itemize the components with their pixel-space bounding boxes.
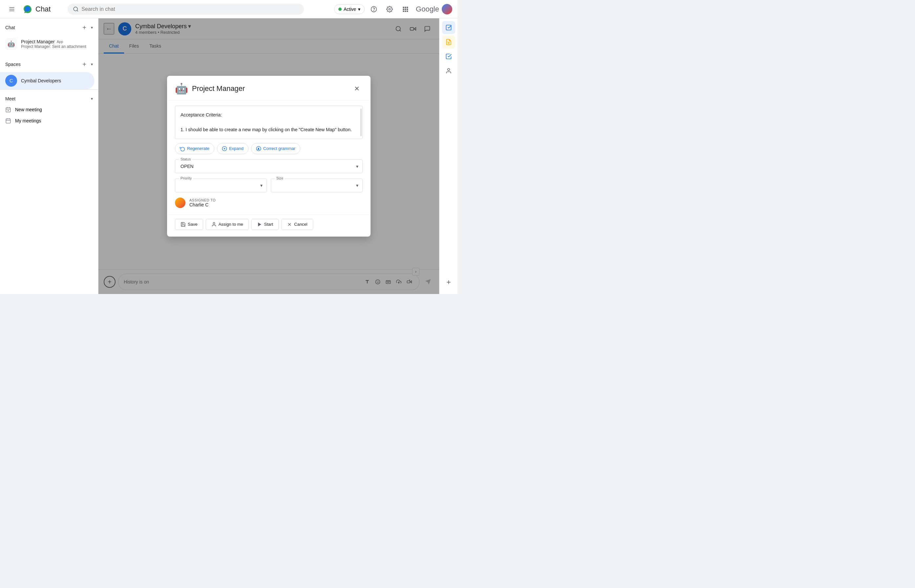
status-dropdown-icon: ▾ (358, 6, 361, 12)
assigned-to-name: Charlie C (189, 202, 216, 207)
tasks-icon (445, 24, 452, 31)
status-field: Status OPEN IN PROGRESS DONE CLOSED ▾ (175, 160, 363, 173)
assign-to-me-button[interactable]: Assign to me (206, 219, 249, 230)
modal-close-button[interactable]: ✕ (351, 83, 363, 95)
top-bar-right: Active ▾ (334, 3, 452, 16)
search-box[interactable] (68, 3, 304, 15)
ai-buttons: Regenerate Expand (175, 143, 363, 154)
assign-to-me-label: Assign to me (218, 222, 243, 227)
expand-icon (222, 146, 227, 151)
svg-rect-14 (407, 8, 408, 10)
meet-section-header[interactable]: Meet ▾ (0, 92, 98, 104)
settings-button[interactable] (383, 3, 396, 16)
correct-grammar-label: Correct grammar (263, 146, 295, 151)
expand-label: Expand (229, 146, 244, 151)
spaces-section-label: Spaces (5, 62, 21, 67)
modal-robot-icon: 🤖 (175, 82, 188, 95)
status-label: Active (344, 6, 356, 12)
svg-marker-53 (258, 223, 261, 226)
top-bar: Chat Active ▾ (0, 0, 457, 18)
start-button[interactable]: Start (251, 219, 279, 230)
help-icon (370, 6, 377, 13)
priority-size-row: Priority LOW MEDIUM HIGH CRITICAL ▾ (175, 179, 363, 192)
svg-text:A: A (258, 147, 259, 150)
cymbal-developers-name: Cymbal Developers (21, 78, 89, 83)
help-button[interactable] (367, 3, 380, 16)
save-button[interactable]: Save (175, 219, 203, 230)
size-wrapper: Size XS S M L XL ▾ (271, 179, 363, 192)
app-name-label: Chat (36, 5, 50, 13)
svg-rect-9 (403, 6, 404, 8)
chat-section-label: Chat (5, 25, 15, 30)
modal-header: 🤖 Project Manager ✕ (167, 76, 370, 100)
meet-section-arrow: ▾ (91, 97, 93, 101)
svg-rect-18 (6, 108, 11, 112)
status-select[interactable]: OPEN IN PROGRESS DONE CLOSED (181, 161, 357, 170)
regenerate-button[interactable]: Regenerate (175, 143, 214, 154)
size-select[interactable]: XS S M L XL (276, 180, 357, 189)
assignee-avatar (175, 197, 186, 208)
status-wrapper: Status OPEN IN PROGRESS DONE CLOSED ▾ (175, 160, 363, 173)
modal-body: Acceptance Criteria: 1. I should be able… (167, 100, 370, 214)
project-manager-modal: 🤖 Project Manager ✕ Acceptance Criteria:… (167, 76, 370, 236)
user-avatar[interactable] (442, 4, 452, 15)
new-space-button[interactable]: + (79, 59, 90, 69)
status-button[interactable]: Active ▾ (334, 4, 365, 14)
checklist-icon (445, 53, 452, 60)
menu-icon[interactable] (5, 3, 18, 16)
cancel-label: Cancel (294, 222, 307, 227)
assigned-section: ASSIGNED TO Charlie C (175, 197, 363, 208)
cancel-icon (287, 222, 292, 227)
apps-button[interactable] (399, 3, 412, 16)
spaces-section-arrow: ▾ (91, 62, 93, 66)
sidebar: Chat + ▾ 🤖 Project Manager App Project M… (0, 18, 99, 294)
spaces-section-header[interactable]: Spaces + ▾ (0, 55, 98, 72)
chat-section-arrow: ▾ (91, 25, 93, 30)
my-meetings-label: My meetings (15, 118, 41, 123)
main-layout: Chat + ▾ 🤖 Project Manager App Project M… (0, 18, 457, 294)
sidebar-item-cymbal-developers[interactable]: C Cymbal Developers (0, 72, 94, 89)
modal-content-text: Acceptance Criteria: 1. I should be able… (175, 106, 363, 139)
search-input[interactable] (81, 6, 299, 12)
cymbal-developers-avatar: C (5, 75, 17, 87)
chat-section-header[interactable]: Chat + ▾ (0, 18, 98, 36)
correct-grammar-icon: A (256, 146, 261, 151)
meet-section: Meet ▾ New meeting (0, 89, 98, 129)
start-icon (257, 222, 262, 227)
contacts-icon (445, 68, 452, 74)
priority-select[interactable]: LOW MEDIUM HIGH CRITICAL (181, 180, 261, 189)
search-container (68, 3, 304, 15)
project-manager-badge: App (57, 40, 63, 44)
cancel-button[interactable]: Cancel (281, 219, 313, 230)
new-chat-button[interactable]: + (79, 22, 90, 33)
cymbal-developers-text: Cymbal Developers (21, 78, 89, 83)
assign-to-me-icon (211, 222, 217, 227)
right-panel-add-button[interactable] (442, 276, 455, 289)
expand-button[interactable]: Expand (217, 143, 249, 154)
status-label: Status (179, 157, 192, 161)
right-panel-contacts-icon[interactable] (442, 64, 455, 78)
svg-rect-11 (407, 6, 408, 8)
assigned-to-label: ASSIGNED TO (189, 198, 216, 202)
sidebar-item-my-meetings[interactable]: My meetings (0, 115, 98, 126)
google-logo: Google (416, 5, 439, 13)
sidebar-item-new-meeting[interactable]: New meeting (0, 104, 98, 115)
modal-title: Project Manager (192, 84, 347, 93)
acceptance-criteria-text: Acceptance Criteria: 1. I should be able… (181, 111, 357, 133)
svg-point-8 (389, 8, 391, 10)
save-icon (181, 222, 186, 227)
svg-point-4 (74, 7, 78, 11)
right-panel-tasks-icon[interactable] (442, 21, 455, 34)
right-panel-notes-icon[interactable] (442, 36, 455, 48)
project-manager-text: Project Manager App Project Manager: Sen… (21, 39, 89, 49)
meet-section-label: Meet (5, 96, 15, 102)
svg-rect-17 (407, 11, 408, 12)
svg-point-52 (213, 223, 215, 224)
correct-grammar-button[interactable]: A Correct grammar (251, 143, 300, 154)
sidebar-item-project-manager[interactable]: 🤖 Project Manager App Project Manager: S… (0, 36, 94, 53)
search-icon (73, 6, 79, 12)
right-panel-checklist-icon[interactable] (442, 50, 455, 63)
modal-overlay: 🤖 Project Manager ✕ Acceptance Criteria:… (99, 18, 439, 294)
new-meeting-label: New meeting (15, 107, 42, 112)
svg-rect-10 (405, 6, 406, 8)
